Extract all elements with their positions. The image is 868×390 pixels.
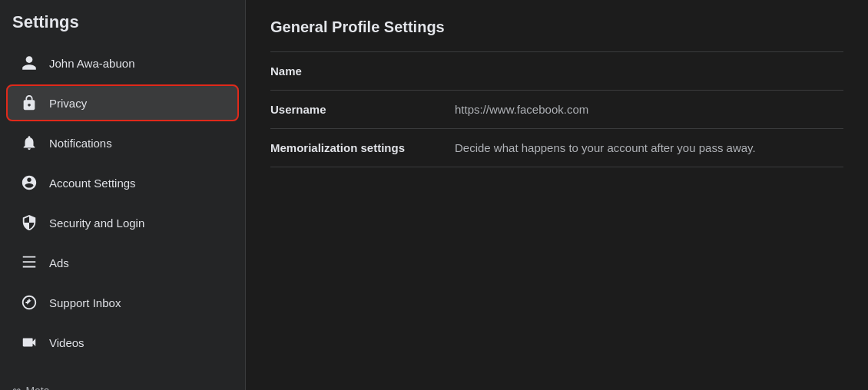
sidebar-item-privacy-label: Privacy: [49, 97, 87, 110]
person-icon: [18, 52, 40, 74]
meta-brand-label: Meta: [25, 385, 49, 390]
sidebar-item-account-settings[interactable]: Account Settings: [6, 164, 239, 201]
sidebar-item-notifications-label: Notifications: [49, 137, 112, 150]
meta-logo-row: ∞ Meta: [12, 384, 233, 390]
sidebar-item-security[interactable]: Security and Login: [6, 204, 239, 241]
video-icon: [18, 332, 40, 353]
sidebar-item-videos[interactable]: Videos: [6, 324, 239, 361]
settings-row-memorialization: Memorialization settings Decide what hap…: [270, 129, 843, 167]
meta-infinity-icon: ∞: [12, 384, 21, 390]
sidebar-item-ads-label: Ads: [49, 256, 69, 269]
sidebar-item-privacy[interactable]: Privacy: [6, 84, 239, 121]
lifesaver-icon: [18, 292, 40, 313]
shield-icon: [18, 212, 40, 233]
main-content: General Profile Settings Name Username h…: [246, 0, 868, 390]
lock-icon: [18, 92, 40, 114]
sidebar-item-notifications[interactable]: Notifications: [6, 124, 239, 161]
sidebar-item-profile-label: John Awa-abuon: [49, 57, 134, 70]
sidebar-item-videos-label: Videos: [49, 336, 84, 349]
settings-row-name-label: Name: [270, 64, 439, 78]
settings-row-username: Username https://www.facebook.com: [270, 91, 843, 129]
settings-row-memorialization-value: Decide what happens to your account afte…: [455, 141, 843, 154]
person-circle-icon: [18, 172, 40, 193]
sidebar-item-account-settings-label: Account Settings: [49, 177, 136, 190]
sidebar-item-ads[interactable]: Ads: [6, 244, 239, 281]
settings-row-name: Name: [270, 52, 843, 91]
sidebar: Settings John Awa-abuon Privacy Notifica…: [0, 0, 246, 390]
page-title: General Profile Settings: [270, 18, 843, 36]
settings-row-username-value: https://www.facebook.com: [455, 103, 843, 116]
sidebar-item-security-label: Security and Login: [49, 216, 144, 230]
settings-section: Name Username https://www.facebook.com M…: [270, 51, 843, 167]
sidebar-title: Settings: [0, 12, 245, 43]
settings-row-username-label: Username: [270, 103, 439, 116]
settings-row-memorialization-label: Memorialization settings: [270, 141, 439, 154]
sidebar-item-profile[interactable]: John Awa-abuon: [6, 45, 239, 81]
sidebar-item-support-inbox-label: Support Inbox: [49, 296, 121, 309]
sidebar-item-support-inbox[interactable]: Support Inbox: [6, 284, 239, 321]
ads-icon: [18, 252, 40, 273]
meta-section: ∞ Meta Accounts Center Control settings …: [0, 375, 245, 390]
bell-icon: [18, 132, 40, 154]
